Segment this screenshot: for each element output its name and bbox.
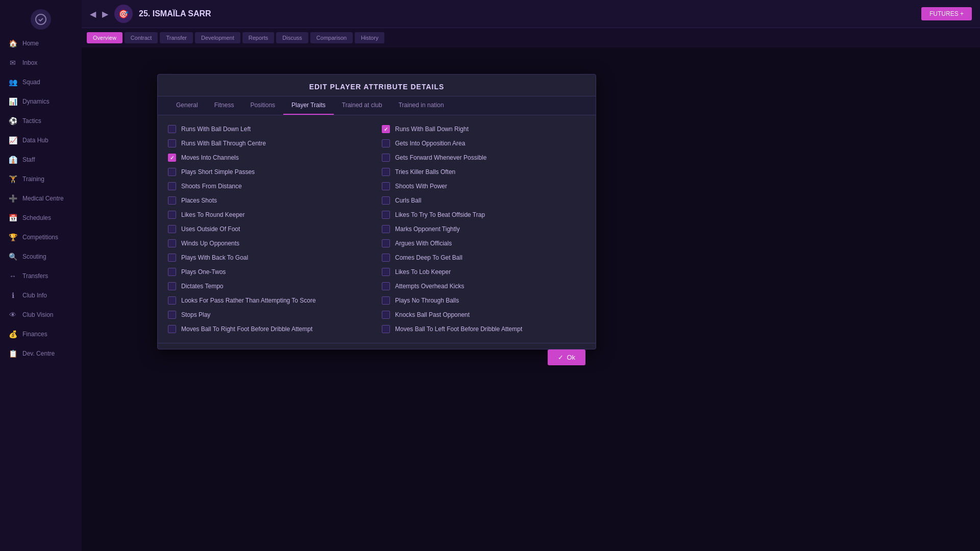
nav-btn-history[interactable]: History — [355, 32, 384, 43]
trait-checkbox-left-0[interactable] — [168, 125, 176, 133]
trait-checkbox-left-10[interactable] — [168, 268, 176, 276]
trait-checkbox-left-4[interactable] — [168, 182, 176, 190]
nav-btn-development[interactable]: Development — [195, 32, 240, 43]
sidebar-icon-5: 📈 — [8, 136, 17, 145]
trait-label-right-11: Attempts Overhead Kicks — [395, 283, 464, 290]
sidebar-icon-10: 🏆 — [8, 233, 17, 242]
trait-label-right-0: Runs With Ball Down Right — [395, 126, 469, 133]
right-traits-column: Runs With Ball Down Right Gets Into Oppo… — [382, 123, 585, 335]
sidebar-item-training[interactable]: 🏋 Training — [0, 169, 82, 189]
sidebar-icon-16: 📋 — [8, 349, 17, 358]
ok-button[interactable]: ✓ Ok — [548, 349, 585, 365]
trait-checkbox-left-6[interactable] — [168, 211, 176, 219]
trait-checkbox-right-13[interactable] — [382, 311, 390, 319]
sidebar-item-squad[interactable]: 👥 Squad — [0, 72, 82, 92]
trait-label-right-7: Marks Opponent Tightly — [395, 226, 460, 233]
trait-checkbox-left-9[interactable] — [168, 254, 176, 262]
trait-checkbox-left-7[interactable] — [168, 225, 176, 233]
trait-item: Dictates Tempo — [168, 281, 372, 292]
sidebar-item-home[interactable]: 🏠 Home — [0, 34, 82, 53]
sidebar-item-data-hub[interactable]: 📈 Data Hub — [0, 131, 82, 150]
sidebar-icon-1: ✉ — [8, 58, 17, 67]
sidebar-item-club-vision[interactable]: 👁 Club Vision — [0, 305, 82, 324]
trait-checkbox-right-1[interactable] — [382, 139, 390, 147]
trait-checkbox-left-1[interactable] — [168, 139, 176, 147]
trait-item: Moves Into Channels — [168, 152, 372, 163]
trait-item: Plays One-Twos — [168, 266, 372, 278]
sidebar-icon-11: 🔍 — [8, 252, 17, 261]
trait-checkbox-right-6[interactable] — [382, 211, 390, 219]
sidebar-item-tactics[interactable]: ⚽ Tactics — [0, 111, 82, 131]
nav-btn-contract[interactable]: Contract — [125, 32, 158, 43]
trait-item: Knocks Ball Past Opponent — [382, 309, 585, 320]
sidebar-icon-3: 📊 — [8, 97, 17, 106]
sidebar-label-13: Club Info — [22, 292, 47, 299]
trait-checkbox-left-14[interactable] — [168, 325, 176, 333]
sidebar-item-club-info[interactable]: ℹ Club Info — [0, 286, 82, 305]
trait-checkbox-left-3[interactable] — [168, 168, 176, 176]
sidebar-item-transfers[interactable]: ↔ Transfers — [0, 266, 82, 286]
back-icon[interactable]: ◀ — [90, 9, 96, 19]
sidebar-label-9: Schedules — [22, 214, 51, 221]
trait-checkbox-right-0[interactable] — [382, 125, 390, 133]
sidebar-label-16: Dev. Centre — [22, 350, 55, 357]
tab-general[interactable]: General — [168, 96, 206, 115]
trait-label-left-8: Winds Up Opponents — [181, 240, 239, 247]
trait-checkbox-left-11[interactable] — [168, 282, 176, 290]
sidebar-icon-0: 🏠 — [8, 39, 17, 48]
trait-checkbox-left-5[interactable] — [168, 196, 176, 205]
sidebar-item-schedules[interactable]: 📅 Schedules — [0, 208, 82, 228]
nav-btn-discuss[interactable]: Discuss — [276, 32, 308, 43]
sidebar: 🏠 Home ✉ Inbox 👥 Squad 📊 Dynamics ⚽ Tact… — [0, 0, 82, 551]
futures-button[interactable]: FUTURES + — [921, 7, 972, 20]
tab-positions[interactable]: Positions — [242, 96, 283, 115]
trait-checkbox-right-7[interactable] — [382, 225, 390, 233]
sidebar-item-competitions[interactable]: 🏆 Competitions — [0, 228, 82, 247]
trait-label-left-5: Places Shots — [181, 197, 217, 204]
trait-checkbox-right-3[interactable] — [382, 168, 390, 176]
sidebar-item-dev.-centre[interactable]: 📋 Dev. Centre — [0, 344, 82, 363]
trait-checkbox-right-12[interactable] — [382, 296, 390, 305]
tab-trained-at-club[interactable]: Trained at club — [334, 96, 390, 115]
trait-checkbox-right-14[interactable] — [382, 325, 390, 333]
trait-checkbox-left-12[interactable] — [168, 296, 176, 305]
trait-checkbox-right-10[interactable] — [382, 268, 390, 276]
trait-item: Plays Short Simple Passes — [168, 166, 372, 178]
svg-point-0 — [36, 14, 46, 24]
sidebar-item-finances[interactable]: 💰 Finances — [0, 324, 82, 344]
trait-item: Moves Ball To Right Foot Before Dribble … — [168, 323, 372, 335]
tab-trained-in-nation[interactable]: Trained in nation — [390, 96, 452, 115]
trait-label-right-2: Gets Forward Whenever Possible — [395, 154, 486, 161]
nav-btn-comparison[interactable]: Comparison — [310, 32, 353, 43]
tab-fitness[interactable]: Fitness — [206, 96, 242, 115]
sidebar-item-inbox[interactable]: ✉ Inbox — [0, 53, 82, 72]
nav-btn-reports[interactable]: Reports — [242, 32, 275, 43]
trait-checkbox-right-5[interactable] — [382, 196, 390, 205]
trait-checkbox-right-11[interactable] — [382, 282, 390, 290]
sidebar-label-4: Tactics — [22, 117, 41, 124]
trait-checkbox-left-8[interactable] — [168, 239, 176, 247]
nav-bar: OverviewContractTransferDevelopmentRepor… — [82, 28, 980, 47]
trait-checkbox-right-4[interactable] — [382, 182, 390, 190]
sidebar-item-scouting[interactable]: 🔍 Scouting — [0, 247, 82, 266]
trait-label-left-6: Likes To Round Keeper — [181, 211, 245, 218]
sidebar-label-2: Squad — [22, 79, 40, 86]
trait-checkbox-left-2[interactable] — [168, 154, 176, 162]
trait-checkbox-left-13[interactable] — [168, 311, 176, 319]
sidebar-item-dynamics[interactable]: 📊 Dynamics — [0, 92, 82, 111]
tab-player-traits[interactable]: Player Traits — [283, 96, 334, 115]
nav-btn-overview[interactable]: Overview — [87, 32, 122, 43]
forward-icon[interactable]: ▶ — [102, 9, 108, 19]
top-bar: ◀ ▶ 🎯 25. ISMAÏLA SARR ⚙ ℹ EN FUTURES + — [82, 0, 980, 28]
trait-item: Moves Ball To Left Foot Before Dribble A… — [382, 323, 585, 335]
trait-checkbox-right-9[interactable] — [382, 254, 390, 262]
sidebar-item-medical-centre[interactable]: ➕ Medical Centre — [0, 189, 82, 208]
trait-label-left-12: Looks For Pass Rather Than Attempting To… — [181, 297, 316, 304]
trait-item: Marks Opponent Tightly — [382, 223, 585, 235]
nav-btn-transfer[interactable]: Transfer — [160, 32, 193, 43]
trait-item: Curls Ball — [382, 195, 585, 206]
trait-checkbox-right-2[interactable] — [382, 154, 390, 162]
trait-checkbox-right-8[interactable] — [382, 239, 390, 247]
sidebar-item-staff[interactable]: 👔 Staff — [0, 150, 82, 169]
sidebar-label-15: Finances — [22, 331, 47, 338]
